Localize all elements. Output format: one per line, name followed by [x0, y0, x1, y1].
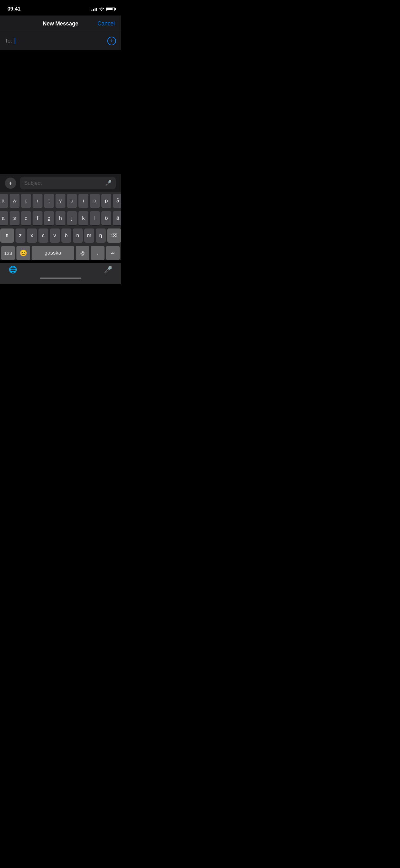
wifi-icon [99, 7, 104, 11]
keyboard-row-2: a s d f g h j k l ö ä [1, 211, 120, 225]
key-o-umlaut[interactable]: ö [101, 211, 111, 225]
toolbar-plus-button[interactable]: + [5, 178, 16, 189]
key-n[interactable]: n [73, 228, 83, 243]
bottom-system-bar: 🌐 🎤 [0, 263, 121, 275]
nav-bar: New Message Cancel [0, 16, 121, 32]
message-body-area[interactable] [0, 50, 121, 174]
to-field[interactable]: To: + [0, 32, 121, 50]
key-u[interactable]: u [67, 194, 77, 208]
key-h[interactable]: h [56, 211, 65, 225]
shift-key[interactable]: ⬆ [0, 228, 14, 243]
status-icons [92, 7, 115, 11]
signal-bars-icon [92, 7, 97, 11]
backspace-key[interactable]: ⌫ [107, 228, 121, 243]
key-w[interactable]: w [10, 194, 20, 208]
numbers-key[interactable]: 123 [1, 246, 15, 260]
toolbar-area: + Subject 🎤 [0, 174, 121, 192]
keyboard[interactable]: á w e r t y u i o p å a s d f g h j k l … [0, 192, 121, 260]
status-time: 09:41 [7, 6, 21, 12]
home-indicator-area [0, 275, 121, 284]
to-label: To: [5, 38, 12, 44]
plus-circle-icon: + [110, 38, 113, 44]
nav-title: New Message [43, 21, 78, 27]
key-f[interactable]: f [33, 211, 42, 225]
key-k[interactable]: k [78, 211, 88, 225]
emoji-key[interactable]: 😊 [16, 246, 30, 260]
key-s[interactable]: s [10, 211, 20, 225]
dot-key[interactable]: . [91, 246, 104, 260]
battery-icon [106, 7, 115, 11]
key-d[interactable]: d [21, 211, 31, 225]
key-g[interactable]: g [44, 211, 54, 225]
add-recipient-button[interactable]: + [107, 37, 116, 45]
subject-placeholder: Subject [24, 180, 42, 186]
key-eng[interactable]: ŋ [96, 228, 106, 243]
key-t[interactable]: t [44, 194, 54, 208]
cancel-button[interactable]: Cancel [97, 21, 115, 27]
battery-fill [107, 8, 113, 10]
key-a-ring[interactable]: å [113, 194, 121, 208]
dictation-mic-icon[interactable]: 🎤 [104, 266, 112, 274]
subject-input[interactable]: Subject 🎤 [20, 177, 116, 189]
plus-icon: + [9, 180, 12, 186]
key-z[interactable]: z [15, 228, 26, 243]
key-x[interactable]: x [27, 228, 37, 243]
to-cursor [14, 37, 15, 44]
key-p[interactable]: p [101, 194, 111, 208]
home-bar [40, 278, 81, 279]
globe-icon[interactable]: 🌐 [9, 266, 17, 274]
key-a-umlaut[interactable]: ä [113, 211, 121, 225]
key-c[interactable]: c [38, 228, 48, 243]
subject-mic-icon[interactable]: 🎤 [105, 180, 112, 186]
key-m[interactable]: m [84, 228, 94, 243]
at-key[interactable]: @ [76, 246, 89, 260]
space-key[interactable]: gasska [32, 246, 74, 260]
key-e[interactable]: e [21, 194, 31, 208]
key-b[interactable]: b [61, 228, 71, 243]
key-a[interactable]: a [0, 211, 8, 225]
keyboard-row-1: á w e r t y u i o p å [1, 194, 120, 208]
key-a-acute[interactable]: á [0, 194, 8, 208]
key-o[interactable]: o [90, 194, 100, 208]
key-r[interactable]: r [33, 194, 42, 208]
key-j[interactable]: j [67, 211, 77, 225]
keyboard-row-3: ⬆ z x c v b n m ŋ ⌫ [1, 228, 120, 243]
key-v[interactable]: v [50, 228, 60, 243]
keyboard-row-4: 123 😊 gasska @ . ↵ [1, 246, 120, 260]
status-bar: 09:41 [0, 0, 121, 16]
key-l[interactable]: l [90, 211, 100, 225]
return-key[interactable]: ↵ [106, 246, 120, 260]
key-i[interactable]: i [78, 194, 88, 208]
key-y[interactable]: y [56, 194, 65, 208]
